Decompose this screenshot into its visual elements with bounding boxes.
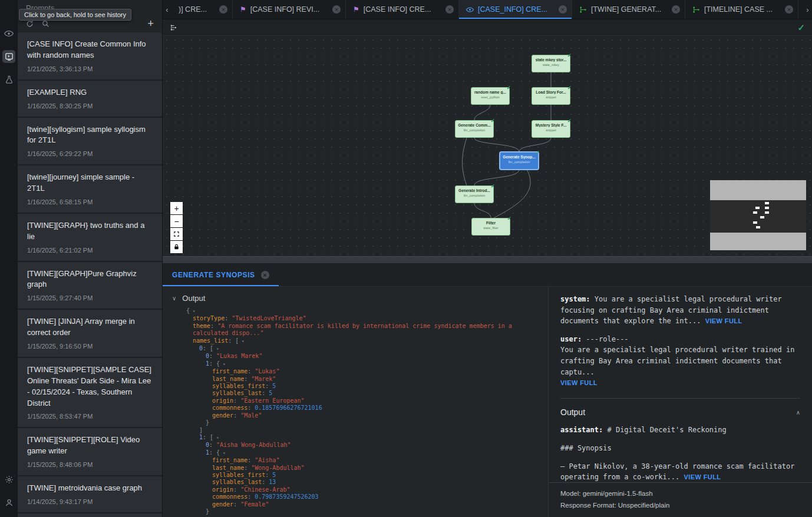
close-icon[interactable]: × <box>559 5 567 14</box>
view-full-link[interactable]: VIEW FULL <box>705 317 742 324</box>
json-line: 1: { ▾ <box>163 360 540 368</box>
assistant-message: assistant: # Digital Deceit's Reckoning <box>560 425 800 436</box>
canvas-toolbar: ✓ <box>163 19 812 36</box>
zoom-in-button[interactable]: + <box>170 202 183 214</box>
json-line: origin: "Eastern European" <box>163 397 540 405</box>
close-icon[interactable]: × <box>445 5 454 14</box>
scroll-left-icon[interactable]: ‹ <box>163 0 171 19</box>
zoom-out-button[interactable]: − <box>170 215 183 227</box>
eye-icon[interactable] <box>2 27 15 40</box>
node-subtitle: snippet <box>532 128 570 132</box>
user-icon[interactable] <box>2 496 15 509</box>
json-line: commonness: 0.18576966276721016 <box>163 405 540 412</box>
close-icon[interactable]: × <box>219 5 227 14</box>
json-line: last_name: "Marek" <box>163 376 540 383</box>
graph-canvas[interactable]: state mkey stor...state_mkey✓random name… <box>163 19 812 256</box>
prompt-icon[interactable] <box>2 50 15 63</box>
fit-view-button[interactable] <box>170 228 183 240</box>
history-tooltip: Click to go back, hold to see history <box>19 9 131 21</box>
json-line: first_name: "Aisha" <box>163 457 540 464</box>
minimap-node <box>755 207 760 209</box>
output-json-header[interactable]: ∨ Output <box>163 287 548 307</box>
flag-icon: ⚑ <box>240 5 246 14</box>
json-tree[interactable]: { ▾storyType: "TwistedLoveTriangle"theme… <box>163 307 548 517</box>
prompt-list-item[interactable]: [TWINE] [JINJA] Array merge in correct o… <box>18 310 162 358</box>
close-icon[interactable]: × <box>785 5 793 14</box>
graph-node-filter[interactable]: Filterstate_filter✓ <box>471 218 510 236</box>
json-line: syllables_first: 5 <box>163 472 540 479</box>
json-line: } <box>163 419 540 426</box>
output-section-header[interactable]: Output ∧ <box>560 399 800 425</box>
tab-case-info-cre[interactable]: ⚑[CASE INFO] CRE...× <box>346 0 459 19</box>
prompt-list-item[interactable]: [CASE INFO] Create Common Info with rand… <box>18 32 162 81</box>
tab-case-info-revi[interactable]: ⚑[CASE INFO] REVI...× <box>233 0 346 19</box>
graph-node-generate-synopsis[interactable]: Generate Synop...llm_completion✓ <box>500 152 539 170</box>
eye-icon <box>466 6 474 14</box>
prompt-list-item[interactable]: [TWINE][SNIPPET][ROLE] Video game writer… <box>18 428 162 476</box>
prompt-title: [TWINE][GRAPH]Pure Graphviz graph <box>27 269 153 291</box>
bottom-content: ∨ Output { ▾storyType: "TwistedLoveTrian… <box>163 287 812 517</box>
prompt-list-item[interactable]: [TWINE] metroidvania case graph1/14/2025… <box>18 476 162 513</box>
json-line: last_name: "Wong-Abdullah" <box>163 465 540 472</box>
prompt-list-item[interactable]: [TWINE][SNIPPET][SAMPLE CASE] Online Thr… <box>18 358 162 428</box>
tab-twine-generat[interactable]: [TWINE] GENERAT...× <box>572 0 685 19</box>
prompts-sidebar: Prompts Click to go back, hold to see hi… <box>18 0 163 517</box>
prompt-list: [CASE INFO] Create Common Info with rand… <box>18 32 162 517</box>
tab-bar: ‹ )] CRE...×⚑[CASE INFO] REVI...×⚑[CASE … <box>163 0 812 19</box>
layout-icon[interactable] <box>170 24 178 32</box>
node-subtitle: llm_completion <box>500 160 538 164</box>
assistant-label: assistant: <box>560 426 603 434</box>
prompt-title: [TWINE][GRAPH} two truths and a lie <box>27 220 153 243</box>
messages-scroll[interactable]: system: You are a specialist legal proce… <box>549 287 812 482</box>
node-subtitle: llm_completion <box>455 128 493 132</box>
merge-icon <box>579 6 587 14</box>
close-icon[interactable]: × <box>332 5 341 14</box>
graph-node-load-story[interactable]: Load Story For...snippet✓ <box>532 87 570 105</box>
tab-timeline-case[interactable]: [TIMELINE] CASE ...× <box>685 0 798 19</box>
prompt-list-item[interactable]: [PYTHON] Yaml to JSON <box>18 513 162 517</box>
graph-node-random-name[interactable]: random name g...exec_python✓ <box>471 87 510 105</box>
view-full-link[interactable]: VIEW FULL <box>684 473 721 480</box>
zoom-controls: + − <box>170 202 183 253</box>
node-subtitle: exec_python <box>471 95 509 99</box>
refresh-icon[interactable] <box>26 20 34 28</box>
panel-resizer[interactable] <box>163 256 812 263</box>
scroll-right-icon[interactable]: › <box>803 0 812 19</box>
tab-cre[interactable]: )] CRE...× <box>171 0 233 19</box>
json-line: gender: "Male" <box>163 412 540 419</box>
node-title: state mkey stor... <box>532 58 570 62</box>
close-icon[interactable]: × <box>261 271 269 279</box>
flask-icon[interactable] <box>2 73 15 86</box>
prompt-timestamp: 1/14/2025, 9:43:17 PM <box>27 498 153 505</box>
prompt-list-item[interactable]: [twine][journey] simple sample - 2T1L1/1… <box>18 165 162 214</box>
prompt-list-item[interactable]: [TWINE][GRAPH]Pure Graphviz graph1/15/20… <box>18 262 162 310</box>
search-icon[interactable] <box>42 20 49 28</box>
tab-label: [TWINE] GENERAT... <box>591 5 668 14</box>
graph-node-generate-common[interactable]: Generate Comm...llm_completion✓ <box>455 120 494 138</box>
tab-generate-synopsis[interactable]: GENERATE SYNOPSIS × <box>163 263 279 286</box>
json-line: } <box>163 508 540 515</box>
view-full-link[interactable]: VIEW FULL <box>560 379 598 386</box>
tab-case-info-cre[interactable]: [CASE_INFO] CRE...× <box>459 0 572 19</box>
graph-node-mystery-style[interactable]: Mystery Style F...snippet✓ <box>532 120 570 138</box>
json-line: first_name: "Lukas" <box>163 368 540 375</box>
graph-node-generate-introduction[interactable]: Generate Introd...llm_completion✓ <box>455 185 494 203</box>
prompt-title: [twine][syllogism] sample syllogism for … <box>27 124 153 147</box>
node-title: Generate Synop... <box>500 155 538 159</box>
check-icon: ✓ <box>535 150 540 155</box>
prompt-list-item[interactable]: [TWINE][GRAPH} two truths and a lie1/16/… <box>18 214 162 262</box>
close-icon[interactable]: × <box>672 5 680 14</box>
json-line: { ▾ <box>163 307 540 315</box>
system-label: system: <box>560 295 590 303</box>
prompt-list-item[interactable]: [twine][syllogism] sample syllogism for … <box>18 118 162 166</box>
prompt-list-item[interactable]: [EXAMPLE] RNG1/16/2025, 8:30:25 PM <box>18 81 162 118</box>
minimap[interactable] <box>710 180 806 250</box>
lock-button[interactable] <box>170 241 183 253</box>
prompt-title: [EXAMPLE] RNG <box>27 87 153 98</box>
bottom-tab-label: GENERATE SYNOPSIS <box>172 271 255 279</box>
check-icon: ✓ <box>567 85 572 91</box>
graph-node-state-mkey[interactable]: state mkey stor...state_mkey✓ <box>532 55 570 72</box>
add-prompt-button[interactable]: + <box>147 19 154 28</box>
json-line: 0: [ ▾ <box>163 345 540 353</box>
gear-icon[interactable] <box>2 473 15 486</box>
